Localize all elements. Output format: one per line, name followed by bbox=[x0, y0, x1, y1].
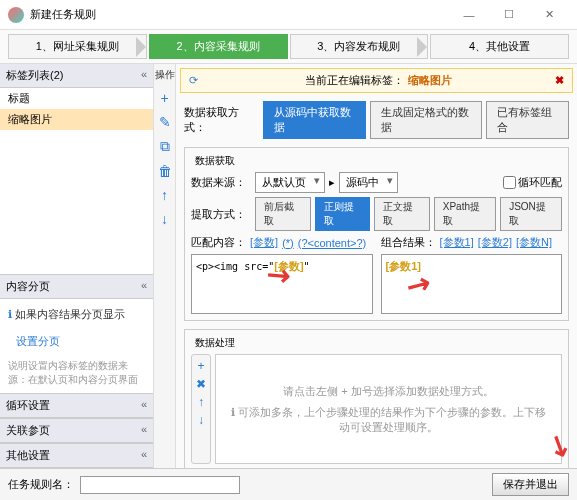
expand-icon: « bbox=[141, 279, 147, 294]
data-acquire-fieldset: 数据获取 数据来源： 从默认页 ▸ 源码中 循环匹配 提取方式： 前后截取 正则… bbox=[184, 147, 569, 321]
window-title: 新建任务规则 bbox=[30, 7, 449, 22]
acquire-mode-row: 数据获取方式： 从源码中获取数据 生成固定格式的数据 已有标签组合 bbox=[176, 97, 577, 143]
data-processing-fieldset: 数据处理 + ✖ ↑ ↓ 请点击左侧 + 加号选择添加数据处理方式。 ℹ 可添加… bbox=[184, 329, 569, 468]
maximize-button[interactable]: ☐ bbox=[489, 1, 529, 29]
acquire-tab-combine[interactable]: 已有标签组合 bbox=[486, 101, 569, 139]
paging-link[interactable]: 设置分页 bbox=[0, 330, 153, 353]
loop-match-checkbox[interactable]: 循环匹配 bbox=[503, 175, 562, 190]
banner-close-icon[interactable]: ✖ bbox=[555, 74, 564, 87]
acquire-tab-fixed[interactable]: 生成固定格式的数据 bbox=[370, 101, 483, 139]
source-type-select[interactable]: 源码中 bbox=[339, 172, 398, 193]
wizard-steps: 1、网址采集规则 2、内容采集规则 3、内容发布规则 4、其他设置 bbox=[0, 30, 577, 64]
processing-toolbar: + ✖ ↑ ↓ bbox=[191, 354, 211, 464]
save-exit-button[interactable]: 保存并退出 bbox=[492, 473, 569, 496]
extract-tab-cut[interactable]: 前后截取 bbox=[255, 197, 311, 231]
move-up-icon[interactable]: ↑ bbox=[161, 187, 168, 203]
tag-list-title: 标签列表(2) bbox=[6, 68, 63, 83]
footer-bar: 任务规则名： 保存并退出 bbox=[0, 468, 577, 500]
related-params-header[interactable]: 关联参页« bbox=[0, 419, 153, 443]
result-content-input[interactable]: [参数1] bbox=[381, 254, 563, 314]
titlebar: 新建任务规则 — ☐ ✕ bbox=[0, 0, 577, 30]
proc-add-icon[interactable]: + bbox=[194, 359, 208, 373]
copy-icon[interactable]: ⧉ bbox=[160, 138, 170, 155]
move-down-icon[interactable]: ↓ bbox=[161, 211, 168, 227]
extract-tab-xpath[interactable]: XPath提取 bbox=[434, 197, 496, 231]
app-logo-icon bbox=[8, 7, 24, 23]
proc-down-icon[interactable]: ↓ bbox=[194, 413, 208, 427]
refresh-icon[interactable]: ⟳ bbox=[189, 74, 198, 87]
tag-list: 标题 缩略图片 bbox=[0, 88, 153, 274]
extract-tab-regex[interactable]: 正则提取 bbox=[315, 197, 371, 231]
tag-item[interactable]: 标题 bbox=[0, 88, 153, 109]
paging-info: 如果内容结果分页显示 bbox=[15, 308, 125, 320]
paging-header[interactable]: 内容分页 « bbox=[0, 275, 153, 299]
extract-tab-body[interactable]: 正文提取 bbox=[374, 197, 430, 231]
step-3[interactable]: 3、内容发布规则 bbox=[290, 34, 429, 59]
edit-icon[interactable]: ✎ bbox=[159, 114, 171, 130]
processing-list: 请点击左侧 + 加号选择添加数据处理方式。 ℹ 可添加多条，上个步骤处理的结果作… bbox=[215, 354, 562, 464]
delete-icon[interactable]: 🗑 bbox=[158, 163, 172, 179]
loop-settings-header[interactable]: 循环设置« bbox=[0, 394, 153, 418]
result-param2-link[interactable]: [参数2] bbox=[478, 235, 512, 250]
operations-toolbar: 操作 + ✎ ⧉ 🗑 ↑ ↓ bbox=[153, 64, 175, 468]
result-param1-link[interactable]: [参数1] bbox=[440, 235, 474, 250]
match-content-input[interactable]: <p><img src="[参数]" bbox=[191, 254, 373, 314]
proc-up-icon[interactable]: ↑ bbox=[194, 395, 208, 409]
editing-tag-name: 缩略图片 bbox=[408, 74, 452, 86]
close-button[interactable]: ✕ bbox=[529, 1, 569, 29]
match-content-link[interactable]: (?<content>?) bbox=[298, 237, 367, 249]
rule-name-label: 任务规则名： bbox=[8, 477, 74, 492]
tag-item-selected[interactable]: 缩略图片 bbox=[0, 109, 153, 130]
source-page-select[interactable]: 从默认页 bbox=[255, 172, 325, 193]
step-1[interactable]: 1、网址采集规则 bbox=[8, 34, 147, 59]
rule-name-input[interactable] bbox=[80, 476, 240, 494]
tag-list-header: 标签列表(2) « bbox=[0, 64, 153, 88]
step-2[interactable]: 2、内容采集规则 bbox=[149, 34, 288, 59]
match-param-link[interactable]: [参数] bbox=[250, 235, 278, 250]
collapse-icon[interactable]: « bbox=[141, 68, 147, 83]
add-icon[interactable]: + bbox=[160, 90, 168, 106]
extract-tab-json[interactable]: JSON提取 bbox=[500, 197, 562, 231]
ops-label: 操作 bbox=[155, 68, 175, 82]
sidebar-hint: 说明设置内容标签的数据来源：在默认页和内容分页界面 bbox=[0, 353, 153, 393]
step-4[interactable]: 4、其他设置 bbox=[430, 34, 569, 59]
other-settings-header[interactable]: 其他设置« bbox=[0, 444, 153, 468]
result-paramn-link[interactable]: [参数N] bbox=[516, 235, 552, 250]
match-asterisk-link[interactable]: (*) bbox=[282, 237, 294, 249]
editing-banner: ⟳ 当前正在编辑标签： 缩略图片 ✖ bbox=[180, 68, 573, 93]
acquire-tab-source[interactable]: 从源码中获取数据 bbox=[263, 101, 366, 139]
minimize-button[interactable]: — bbox=[449, 1, 489, 29]
proc-remove-icon[interactable]: ✖ bbox=[194, 377, 208, 391]
